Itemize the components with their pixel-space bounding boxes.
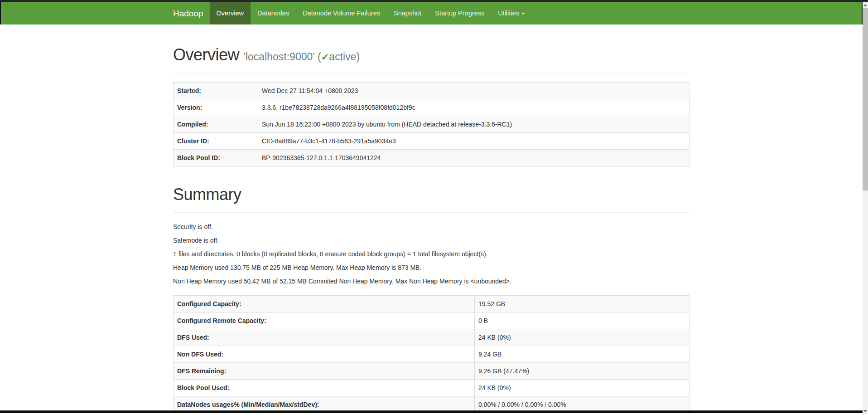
- table-row: Configured Remote Capacity: 0 B: [174, 312, 690, 329]
- table-row: Cluster ID: CID-8a889a77-b3c1-4178-b563-…: [174, 132, 690, 149]
- capacity-table: Configured Capacity: 19.52 GB Configured…: [173, 295, 690, 410]
- namenode-info-table: Started: Wed Dec 27 11:54:04 +0800 2023 …: [173, 82, 690, 166]
- table-row: DFS Remaining: 9.26 GB (47.47%): [174, 363, 690, 380]
- summary-line-safemode: Safemode is off.: [173, 236, 690, 245]
- summary-paragraphs: Security is off. Safemode is off. 1 file…: [173, 222, 690, 286]
- row-label: Configured Capacity:: [174, 296, 475, 312]
- summary-line-files: 1 files and directories, 0 blocks (0 rep…: [173, 249, 690, 259]
- row-label: Block Pool ID:: [174, 149, 258, 166]
- row-value: 0.00% / 0.00% / 0.00% / 0.00%: [475, 396, 690, 410]
- chevron-down-icon: [521, 13, 525, 15]
- row-value: 9.26 GB (47.47%): [475, 363, 690, 380]
- row-value: 24 KB (0%): [475, 329, 690, 346]
- page-title-text: Overview: [173, 45, 239, 64]
- row-label: Configured Remote Capacity:: [174, 312, 475, 329]
- nav-item-datanode-volume-failures[interactable]: Datanode Volume Failures: [296, 2, 387, 24]
- row-value: Sun Jun 18 16:22:00 +0800 2023 by ubuntu…: [258, 116, 690, 132]
- row-label: Non DFS Used:: [174, 346, 475, 363]
- row-value: 0 B: [475, 312, 690, 329]
- summary-line-security: Security is off.: [173, 222, 690, 231]
- main-content: Overview 'localhost:9000' (✔active) Star…: [166, 44, 696, 410]
- nav-item-datanodes[interactable]: Datanodes: [251, 2, 296, 24]
- namenode-host: 'localhost:9000': [244, 51, 315, 63]
- row-label: DataNodes usages% (Min/Median/Max/stdDev…: [174, 396, 475, 410]
- row-value: CID-8a889a77-b3c1-4178-b563-291a5a9034e3: [258, 132, 690, 149]
- table-row: DataNodes usages% (Min/Median/Max/stdDev…: [174, 396, 690, 410]
- scrollbar-up-arrow-icon[interactable]: [863, 2, 868, 8]
- summary-line-nonheap: Non Heap Memory used 50.42 MB of 52.15 M…: [173, 277, 690, 286]
- table-row: Started: Wed Dec 27 11:54:04 +0800 2023: [174, 82, 690, 99]
- active-check-icon: ✔: [321, 52, 329, 62]
- paren-close: ): [356, 51, 360, 63]
- window-bottom-border: [0, 410, 863, 413]
- navbar: Hadoop Overview Datanodes Datanode Volum…: [0, 2, 863, 24]
- page-title: Overview 'localhost:9000' (✔active): [173, 44, 690, 66]
- window-top-border: [0, 0, 868, 2]
- nav-item-utilities-dropdown[interactable]: Utilities: [491, 2, 532, 24]
- navbar-brand-hadoop[interactable]: Hadoop: [173, 2, 210, 24]
- namenode-state: active: [329, 51, 356, 63]
- row-label: Cluster ID:: [174, 132, 258, 149]
- table-row: Version: 3.3.6, r1be78238728da9266a4f881…: [174, 99, 690, 116]
- overview-page-header: Overview 'localhost:9000' (✔active): [173, 44, 690, 73]
- table-row: Block Pool ID: BP-902363365-127.0.1.1-17…: [174, 149, 690, 166]
- nav-item-snapshot[interactable]: Snapshot: [387, 2, 428, 24]
- row-value: 24 KB (0%): [475, 380, 690, 396]
- row-value: BP-902363365-127.0.1.1-1703649041224: [258, 149, 690, 166]
- paren-open: (: [318, 51, 321, 63]
- row-label: Block Pool Used:: [174, 380, 475, 396]
- scrollbar-thumb[interactable]: [863, 8, 868, 190]
- row-label: Compiled:: [174, 116, 258, 132]
- nav-item-overview[interactable]: Overview: [210, 2, 251, 24]
- row-label: Version:: [174, 99, 258, 116]
- summary-line-heap: Heap Memory used 130.75 MB of 225 MB Hea…: [173, 263, 690, 272]
- scrollbar-down-arrow-icon[interactable]: [863, 408, 868, 414]
- row-value: Wed Dec 27 11:54:04 +0800 2023: [258, 82, 690, 99]
- row-value: 19.52 GB: [475, 296, 690, 312]
- table-row: Compiled: Sun Jun 18 16:22:00 +0800 2023…: [174, 116, 690, 132]
- vertical-scrollbar[interactable]: [863, 2, 868, 414]
- table-row: Non DFS Used: 9.24 GB: [174, 346, 690, 363]
- utilities-label: Utilities: [498, 10, 519, 17]
- row-label: DFS Used:: [174, 329, 475, 346]
- table-row: Configured Capacity: 19.52 GB: [174, 296, 690, 312]
- browser-viewport: Hadoop Overview Datanodes Datanode Volum…: [0, 2, 863, 410]
- summary-page-header: Summary: [173, 184, 690, 213]
- table-row: Block Pool Used: 24 KB (0%): [174, 380, 690, 396]
- row-value: 3.3.6, r1be78238728da9266a4f88195058f08f…: [258, 99, 690, 116]
- nav-item-startup-progress[interactable]: Startup Progress: [428, 2, 491, 24]
- row-label: Started:: [174, 82, 258, 99]
- page-subtitle: 'localhost:9000' (✔active): [244, 51, 360, 63]
- row-value: 9.24 GB: [475, 346, 690, 363]
- row-label: DFS Remaining:: [174, 363, 475, 380]
- summary-title: Summary: [173, 184, 690, 205]
- table-row: DFS Used: 24 KB (0%): [174, 329, 690, 346]
- navbar-container: Hadoop Overview Datanodes Datanode Volum…: [166, 2, 696, 24]
